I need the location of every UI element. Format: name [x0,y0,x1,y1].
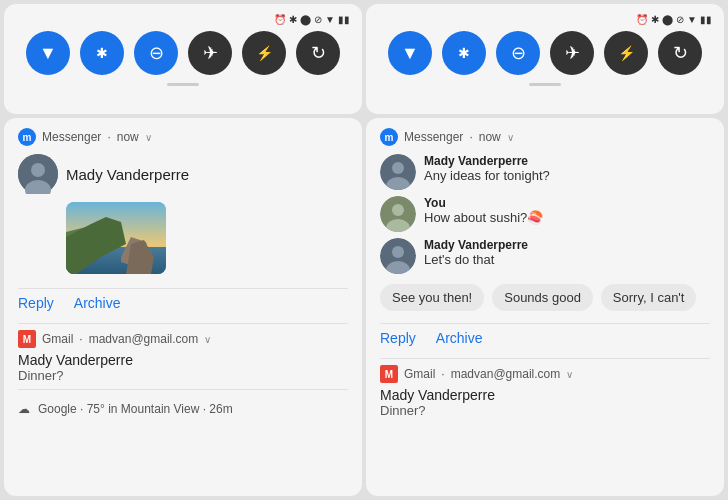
message-sender-2: You [424,196,543,210]
message-sender-3: Mady Vanderperre [424,238,528,252]
svg-point-16 [392,204,404,216]
network-icon: ⬤ [300,14,311,25]
right-quick-settings: ⏰ ✱ ⬤ ⊘ ▼ ▮▮ ▼ ✱ ⊖ ✈ ⚡ ↻ [366,4,724,114]
gmail-subject-right: Dinner? [380,403,710,418]
gmail-app-label-right: Gmail [404,367,435,381]
google-notification: ☁ Google · 75° in Mountain View · 26m [18,402,348,416]
left-notification-panel: m Messenger · now ∨ Mady Vanderperre [4,118,362,496]
gmail-sender-right: Mady Vanderperre [380,387,710,403]
message-row-2: You How about sushi?🍣 [380,196,710,232]
rotate-toggle[interactable]: ↻ [296,31,340,75]
bluetooth-status-icon-r: ✱ [651,14,659,25]
right-status-bar: ⏰ ✱ ⬤ ⊘ ▼ ▮▮ [378,14,712,25]
dnd-toggle[interactable]: ⊖ [134,31,178,75]
messenger-header-left: m Messenger · now ∨ [18,128,348,146]
sender-name-left: Mady Vanderperre [66,166,189,183]
left-toggle-row: ▼ ✱ ⊖ ✈ ⚡ ↻ [26,31,340,75]
message-content-3: Mady Vanderperre Let's do that [424,238,528,267]
reply-button-left[interactable]: Reply [18,295,54,311]
messenger-icon-left: m [18,128,36,146]
divider-left [18,323,348,324]
avatar-mady-msg3 [380,238,416,274]
svg-text:M: M [23,334,31,345]
quick-reply-see-you[interactable]: See you then! [380,284,484,311]
airplane-toggle-r[interactable]: ✈ [550,31,594,75]
nosim-icon: ⊘ [314,14,322,25]
dnd-toggle-r[interactable]: ⊖ [496,31,540,75]
quick-reply-sounds-good[interactable]: Sounds good [492,284,593,311]
airplane-toggle[interactable]: ✈ [188,31,232,75]
battery-icon: ▮▮ [338,14,350,25]
action-row-left: Reply Archive [18,288,348,317]
flashlight-toggle[interactable]: ⚡ [242,31,286,75]
message-content-2: You How about sushi?🍣 [424,196,543,225]
network-icon-r: ⬤ [662,14,673,25]
svg-text:M: M [385,369,393,380]
quick-reply-sorry[interactable]: Sorry, I can't [601,284,697,311]
svg-point-19 [392,246,404,258]
avatar-you-msg2 [380,196,416,232]
gmail-header-right: M Gmail · madvan@gmail.com ∨ [380,365,710,383]
svg-point-13 [392,162,404,174]
dot-separator-right: · [469,130,472,144]
gmail-icon-left: M [18,330,36,348]
gmail-icon-right: M [380,365,398,383]
dot-separator-left: · [107,130,110,144]
reply-button-right[interactable]: Reply [380,330,416,346]
gmail-header-left: M Gmail · madvan@gmail.com ∨ [18,330,348,348]
alarm-icon-r: ⏰ [636,14,648,25]
chevron-down-icon-left[interactable]: ∨ [145,132,152,143]
bluetooth-toggle[interactable]: ✱ [80,31,124,75]
gmail-sender-left: Mady Vanderperre [18,352,348,368]
message-text-1: Any ideas for tonight? [424,168,550,183]
message-row-1: Mady Vanderperre Any ideas for tonight? [380,154,710,190]
media-image [66,202,348,274]
messenger-time-left: now [117,130,139,144]
alarm-icon: ⏰ [274,14,286,25]
message-text-3: Let's do that [424,252,528,267]
left-quick-settings: ⏰ ✱ ⬤ ⊘ ▼ ▮▮ ▼ ✱ ⊖ ✈ ⚡ ↻ [4,4,362,114]
drag-handle-r [529,83,561,86]
flashlight-toggle-r[interactable]: ⚡ [604,31,648,75]
chevron-down-icon-right[interactable]: ∨ [507,132,514,143]
messenger-header-right: m Messenger · now ∨ [380,128,710,146]
gmail-email-right: madvan@gmail.com [451,367,561,381]
left-status-bar: ⏰ ✱ ⬤ ⊘ ▼ ▮▮ [16,14,350,25]
messenger-time-right: now [479,130,501,144]
archive-button-left[interactable]: Archive [74,295,121,311]
wifi-icon: ▼ [325,14,335,25]
avatar-mady-left [18,154,58,194]
message-sender-1: Mady Vanderperre [424,154,550,168]
gmail-app-label-left: Gmail [42,332,73,346]
gmail-email-left: madvan@gmail.com [89,332,199,346]
messenger-icon-right: m [380,128,398,146]
nosim-icon-r: ⊘ [676,14,684,25]
wifi-toggle[interactable]: ▼ [26,31,70,75]
wifi-icon-r: ▼ [687,14,697,25]
message-content-1: Mady Vanderperre Any ideas for tonight? [424,154,550,183]
divider-google [18,389,348,390]
archive-button-right[interactable]: Archive [436,330,483,346]
rotate-toggle-r[interactable]: ↻ [658,31,702,75]
drag-handle [167,83,199,86]
right-toggle-row: ▼ ✱ ⊖ ✈ ⚡ ↻ [388,31,702,75]
message-row-3: Mady Vanderperre Let's do that [380,238,710,274]
battery-icon-r: ▮▮ [700,14,712,25]
bluetooth-toggle-r[interactable]: ✱ [442,31,486,75]
message-thread: Mady Vanderperre Any ideas for tonight? … [380,154,710,274]
divider-right [380,358,710,359]
message-text-2: How about sushi?🍣 [424,210,543,225]
gmail-subject-left: Dinner? [18,368,348,383]
avatar-mady-msg1 [380,154,416,190]
quick-replies: See you then! Sounds good Sorry, I can't [380,284,710,311]
gmail-chevron-right[interactable]: ∨ [566,369,573,380]
messenger-app-label-right: Messenger [404,130,463,144]
action-row-right: Reply Archive [380,323,710,352]
messenger-app-label-left: Messenger [42,130,101,144]
svg-point-1 [31,163,45,177]
google-notif-text: Google · 75° in Mountain View · 26m [38,402,233,416]
wifi-toggle-r[interactable]: ▼ [388,31,432,75]
right-notification-panel: m Messenger · now ∨ Mady Vanderperre Any… [366,118,724,496]
gmail-chevron-left[interactable]: ∨ [204,334,211,345]
bluetooth-status-icon: ✱ [289,14,297,25]
